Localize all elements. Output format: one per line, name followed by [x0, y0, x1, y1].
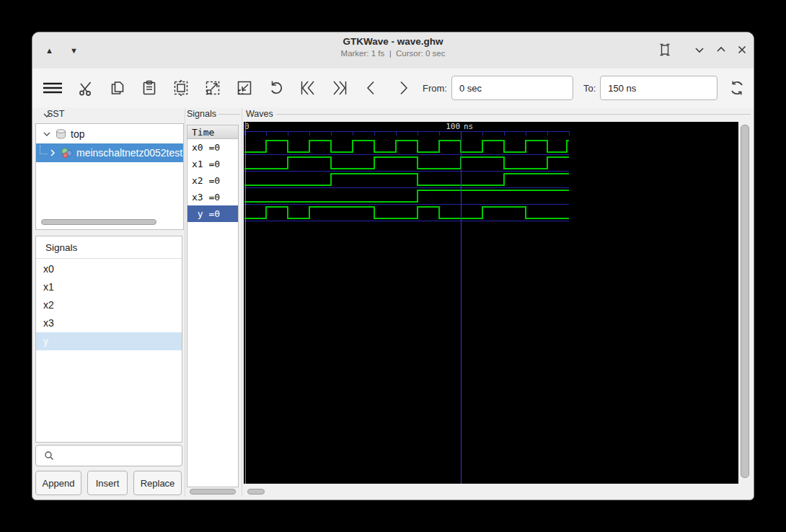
component-icon — [61, 147, 73, 159]
insert-button[interactable]: Insert — [87, 471, 128, 495]
sst-collapse-icon[interactable] — [42, 110, 52, 120]
signal-names-panel[interactable]: Time x0 =0 x1 =0 x2 =0 x3 =0 y =0 — [187, 125, 239, 487]
list-item-x0[interactable]: x0 — [36, 260, 182, 278]
sig-row-x3[interactable]: x3 =0 — [187, 189, 238, 205]
wave-x0 — [244, 141, 569, 152]
wave-canvas[interactable]: 0100ns — [244, 122, 738, 484]
zoom-in-icon[interactable] — [203, 79, 222, 97]
gtkwave-window: ▲ ▼ GTKWave - wave.ghw Marker: 1 fs | Cu… — [32, 32, 754, 500]
waves-label: Waves — [246, 109, 273, 119]
wave-y — [244, 207, 569, 218]
signals-frame-line — [218, 114, 240, 115]
waves-frame-line — [276, 114, 751, 115]
step-left-icon[interactable] — [362, 79, 381, 97]
signal-list-header: Signals — [36, 236, 182, 259]
timescale-label: 100 — [446, 122, 460, 131]
tree-connector — [40, 146, 48, 154]
module-cylinder-icon — [55, 128, 67, 140]
timescale-label: ns — [464, 122, 473, 131]
list-item-x3[interactable]: x3 — [36, 314, 182, 332]
wave-x1 — [244, 157, 569, 169]
list-item-x2[interactable]: x2 — [36, 296, 182, 314]
sst-tree[interactable]: top meinschaltnetz0052testb — [35, 123, 184, 230]
hamburger-menu-icon[interactable] — [42, 79, 63, 97]
titlebar[interactable]: ▲ ▼ GTKWave - wave.ghw Marker: 1 fs | Cu… — [32, 32, 754, 69]
title-block: GTKWave - wave.ghw Marker: 1 fs | Cursor… — [32, 36, 754, 58]
signal-search-box[interactable] — [35, 445, 182, 466]
paste-icon[interactable] — [140, 79, 159, 97]
maximize-icon[interactable] — [713, 42, 729, 58]
tree-row-testbench[interactable]: meinschaltnetz0052testb — [36, 143, 183, 162]
sig-row-x2[interactable]: x2 =0 — [187, 172, 238, 189]
copy-icon[interactable] — [108, 79, 127, 97]
wave-vscrollbar[interactable] — [741, 125, 749, 478]
sst-hscrollbar[interactable] — [41, 219, 156, 225]
list-item-y[interactable]: y — [36, 332, 182, 350]
zoom-out-icon[interactable] — [235, 79, 254, 97]
minimize-icon[interactable] — [692, 42, 707, 58]
paned-divider-left[interactable] — [185, 109, 185, 497]
expander-closed-icon[interactable] — [48, 148, 58, 158]
wave-x2 — [244, 174, 569, 185]
search-icon — [43, 450, 55, 461]
wave-x3 — [244, 190, 569, 202]
replace-button[interactable]: Replace — [133, 471, 182, 495]
wave-hscrollbar[interactable] — [247, 489, 265, 495]
sig-row-x0[interactable]: x0 =0 — [187, 139, 238, 156]
time-header[interactable]: Time — [187, 125, 238, 139]
to-label: To: — [583, 83, 596, 94]
close-icon[interactable] — [734, 42, 750, 58]
sig-row-y[interactable]: y =0 — [187, 205, 238, 222]
signal-search-list[interactable]: Signals x0 x1 x2 x3 y — [35, 236, 182, 443]
sig-row-x1[interactable]: x1 =0 — [187, 156, 238, 172]
list-item-x1[interactable]: x1 — [36, 278, 182, 296]
append-button[interactable]: Append — [35, 471, 81, 495]
to-input[interactable] — [600, 76, 717, 100]
step-right-icon[interactable] — [394, 79, 412, 97]
tree-row-top[interactable]: top — [36, 125, 183, 143]
from-input[interactable] — [451, 76, 573, 100]
zoom-fit-icon[interactable] — [172, 79, 190, 97]
from-label: From: — [423, 83, 447, 94]
fit-window-icon[interactable] — [657, 42, 673, 58]
tree-item-top[interactable]: top — [71, 128, 84, 140]
window-title: GTKWave - wave.ghw — [32, 36, 754, 47]
expander-open-icon[interactable] — [42, 129, 52, 139]
waveform-plot: 0100ns — [244, 122, 738, 484]
skip-to-start-icon[interactable] — [299, 79, 317, 97]
marker-cursor-status: Marker: 1 fs | Cursor: 0 sec — [32, 49, 754, 58]
cut-icon[interactable] — [76, 79, 95, 97]
tree-item-testbench[interactable]: meinschaltnetz0052testb — [76, 147, 183, 159]
reload-icon[interactable] — [728, 79, 746, 97]
toolbar: From: To: — [32, 68, 754, 107]
paned-divider-right[interactable] — [242, 109, 242, 497]
signals-panel-label: Signals — [187, 109, 216, 119]
signal-names-hscrollbar[interactable] — [190, 489, 236, 495]
undo-icon[interactable] — [267, 79, 286, 97]
skip-to-end-icon[interactable] — [330, 79, 349, 97]
